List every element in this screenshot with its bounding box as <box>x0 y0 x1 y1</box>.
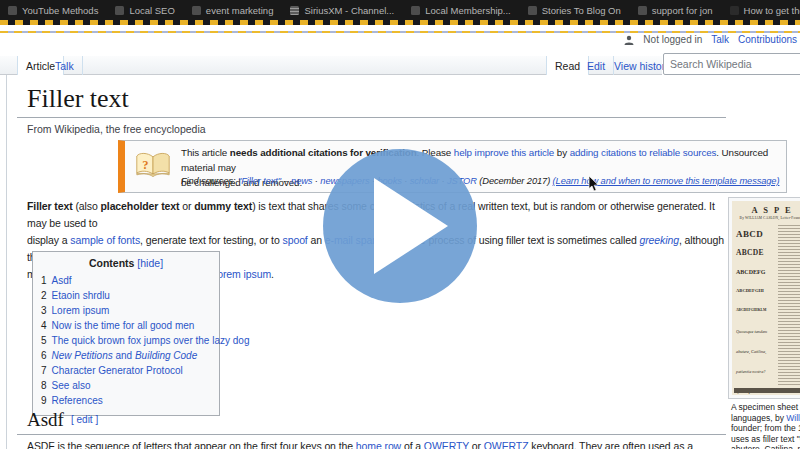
user-icon <box>624 35 634 45</box>
personal-contributions-link[interactable]: Contributions <box>738 34 797 45</box>
text-segment: . <box>271 268 274 280</box>
text-segment: by <box>554 147 569 158</box>
personal-talk-link[interactable]: Talk <box>711 34 729 45</box>
specimen-byline: By WILLIAM CASLON, Letter-Founder <box>732 216 800 220</box>
bookmark-youtube-methods[interactable]: YouTube Methods <box>8 5 98 16</box>
bookmark-local-membership[interactable]: Local Membership... <box>411 5 511 16</box>
text-segment: display a <box>27 234 70 246</box>
toc-link[interactable]: Character Generator Protocol <box>52 365 183 376</box>
toc-link[interactable]: Asdf <box>52 275 72 286</box>
toc-item-now-is-the-time[interactable]: 4Now is the time for all good men <box>41 318 211 333</box>
bookmark-label: event marketing <box>206 5 274 16</box>
inline-link[interactable]: (Learn how and when to remove this templ… <box>553 176 780 186</box>
text-segment: dummy text <box>194 200 252 212</box>
inline-link[interactable]: news <box>291 176 312 186</box>
toc-link[interactable]: Etaoin shrdlu <box>52 290 110 301</box>
inline-link[interactable]: Building Code <box>135 350 197 361</box>
toc-number: 8 <box>41 380 47 391</box>
toc-number: 9 <box>41 395 47 406</box>
text-segment: – <box>281 176 291 186</box>
recording-region-dashed-border-top <box>0 20 800 25</box>
text-segment: or <box>469 440 484 449</box>
bookmark-label: How to get the bes... <box>744 5 800 16</box>
text-segment: A specimen sheet of <box>731 402 800 412</box>
find-sources-line: Find sources: "Filler text" – news · new… <box>181 176 785 186</box>
toc-item-new-petitions[interactable]: 6New Petitions and Building Code <box>41 348 211 363</box>
toc-item-chargen[interactable]: 7Character Generator Protocol <box>41 363 211 378</box>
toc-item-references[interactable]: 9References <box>41 393 211 408</box>
toc-item-asdf[interactable]: 1Asdf <box>41 273 211 288</box>
toc-link[interactable]: The quick brown fox jumps over the lazy … <box>52 335 250 346</box>
toc-item-lorem-ipsum[interactable]: 3Lorem ipsum <box>41 303 211 318</box>
toc-link[interactable]: Lorem ipsum <box>52 305 110 316</box>
bookmark-label: Local Membership... <box>425 5 511 16</box>
text-segment: ABCDEFGHIKLM <box>736 308 766 312</box>
video-play-button[interactable] <box>322 148 478 304</box>
bookmark-icon <box>192 6 201 15</box>
title-divider <box>17 117 726 118</box>
toc-title-label: Contents <box>89 257 135 269</box>
browser-bookmarks-bar: YouTube Methods Local SEO event marketin… <box>0 0 800 20</box>
not-logged-in-label: Not logged in <box>643 34 702 45</box>
recording-region-dashed-border <box>0 31 800 33</box>
inline-link[interactable]: home row <box>356 440 401 449</box>
inline-link[interactable]: greeking <box>639 234 678 246</box>
toc-link[interactable]: New Petitions and Building Code <box>52 350 198 361</box>
bookmark-support-for-jon[interactable]: support for jon <box>638 5 713 16</box>
specimen-thumbnail[interactable]: A S P E By WILLIAM CASLON, Letter-Founde… <box>728 197 800 399</box>
toc-link[interactable]: References <box>52 395 103 406</box>
toc-number: 7 <box>41 365 47 376</box>
inline-link[interactable]: "Filler text" <box>238 176 281 186</box>
caslon-specimen-image: A S P E By WILLIAM CASLON, Letter-Founde… <box>732 201 800 395</box>
text-segment: (December 2017) <box>477 176 553 186</box>
bookmark-siriusxm[interactable]: SiriusXM - Channel... <box>290 5 394 16</box>
toc-link[interactable]: Now is the time for all good men <box>52 320 195 331</box>
toc-hide-toggle[interactable]: [hide] <box>137 257 163 269</box>
page-title: Filler text <box>27 84 129 114</box>
site-subtitle: From Wikipedia, the free encyclopedia <box>27 123 206 135</box>
toc-item-see-also[interactable]: 8See also <box>41 378 211 393</box>
bookmark-local-seo[interactable]: Local SEO <box>115 5 174 16</box>
personal-tools-bar: Not logged in Talk Contributions <box>624 34 797 45</box>
inline-link[interactable]: sample of fonts <box>70 234 140 246</box>
inline-link[interactable]: New Petitions <box>52 350 113 361</box>
content-left-border <box>6 75 7 449</box>
inline-link[interactable]: William Caslon <box>786 413 800 423</box>
toc-link[interactable]: See also <box>52 380 91 391</box>
bookmark-label: Stories To Blog On <box>542 5 621 16</box>
inline-link[interactable]: and <box>113 350 135 361</box>
bookmark-label: SiriusXM - Channel... <box>304 5 394 16</box>
specimen-latin-text: Quousque tandemabutere, Catilina,patient… <box>736 318 780 395</box>
toc-item-etaoin-shrdlu[interactable]: 2Etaoin shrdlu <box>41 288 211 303</box>
search-input[interactable] <box>663 53 800 75</box>
toc-header: Contents [hide] <box>41 257 211 269</box>
text-segment: (also <box>73 200 101 212</box>
bookmark-icon <box>8 6 17 15</box>
inline-link[interactable]: QWERTZ <box>484 440 529 449</box>
text-segment: patientia nostra? <box>736 369 765 374</box>
inline-link[interactable]: QWERTY <box>424 440 469 449</box>
text-segment: ABCDE <box>736 248 764 257</box>
toc-item-quick-brown-fox[interactable]: 5The quick brown fox jumps over the lazy… <box>41 333 211 348</box>
specimen-alphabets: ABCDABCDEABCDEFGABCDEFGHIABCDEFGHIKLM <box>736 223 780 315</box>
bookmark-label: Local SEO <box>129 5 174 16</box>
image-caption: A specimen sheet oflanguages, by William… <box>731 402 800 449</box>
bookmark-stories-to-blog[interactable]: Stories To Blog On <box>528 5 621 16</box>
inline-link[interactable]: Lorem ipsum <box>211 268 271 280</box>
tab-talk[interactable]: Talk <box>47 56 83 75</box>
text-segment: abutere, Catilina, <box>736 349 766 354</box>
text-segment: of a <box>401 440 424 449</box>
specimen-text-column <box>778 223 800 385</box>
bookmark-how-to-get[interactable]: How to get the bes... <box>730 5 800 16</box>
bookmark-event-marketing[interactable]: event marketing <box>192 5 274 16</box>
inline-link[interactable]: adding citations to reliable sources <box>570 147 717 158</box>
question-book-icon: ? <box>135 150 171 180</box>
table-of-contents: Contents [hide] 1Asdf 2Etaoin shrdlu 3Lo… <box>32 251 220 416</box>
section-edit-link[interactable]: [ edit ] <box>71 414 98 425</box>
heading-text: Asdf <box>27 409 64 430</box>
text-segment: Filler text <box>27 200 73 212</box>
text-segment: Find sources: <box>181 176 236 186</box>
inline-link[interactable]: spoof <box>283 234 308 246</box>
text-segment: abutere, Catilina, patientia <box>731 444 800 449</box>
toc-number: 4 <box>41 320 47 331</box>
